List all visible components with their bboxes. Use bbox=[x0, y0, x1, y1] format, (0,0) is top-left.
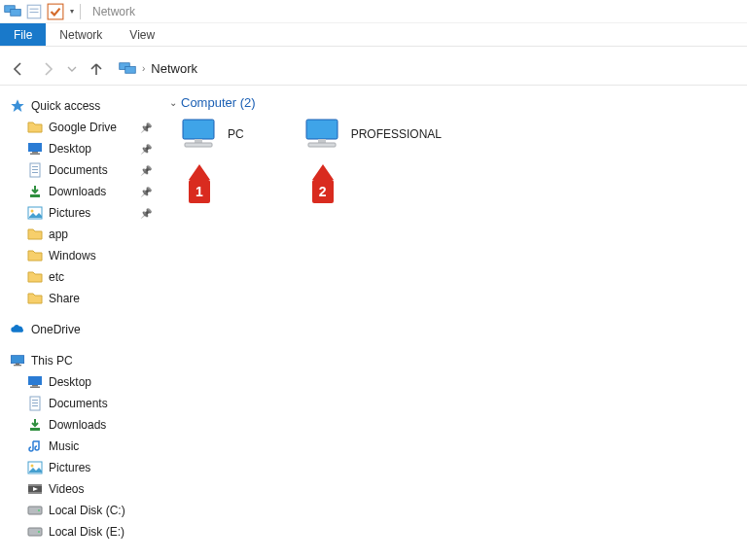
disk-icon bbox=[27, 524, 43, 540]
svg-rect-10 bbox=[16, 364, 19, 365]
computer-icon bbox=[302, 118, 341, 151]
sidebar-item-label: This PC bbox=[31, 354, 152, 368]
svg-rect-9 bbox=[11, 356, 23, 364]
pictures-icon bbox=[27, 460, 43, 475]
qat-check-icon[interactable] bbox=[47, 3, 64, 20]
downloads-icon bbox=[27, 184, 43, 199]
computer-item-professional[interactable]: PROFESSIONAL2 bbox=[302, 118, 442, 151]
nav-recent-dropdown[interactable] bbox=[66, 58, 78, 80]
title-bar: ▾ Network bbox=[0, 0, 747, 23]
sidebar-item-label: Downloads bbox=[49, 418, 152, 432]
sidebar-item-downloads[interactable]: Downloads bbox=[27, 414, 152, 436]
pin-icon: 📌 bbox=[140, 208, 152, 219]
sidebar-item-downloads[interactable]: Downloads📌 bbox=[27, 181, 152, 202]
svg-rect-3 bbox=[30, 8, 39, 9]
onedrive-icon bbox=[10, 322, 25, 337]
nav-up-button[interactable] bbox=[86, 58, 107, 80]
sidebar-item-label: etc bbox=[49, 270, 152, 284]
folder-icon bbox=[27, 227, 43, 242]
documents-icon bbox=[27, 162, 43, 178]
pin-icon: 📌 bbox=[140, 144, 152, 155]
sidebar-item-label: Desktop bbox=[49, 142, 134, 156]
sidebar-item-pictures[interactable]: Pictures bbox=[27, 457, 152, 478]
sidebar-item-share[interactable]: Share bbox=[27, 288, 152, 309]
folder-icon bbox=[27, 248, 43, 263]
breadcrumb-network[interactable]: Network bbox=[151, 61, 197, 76]
svg-rect-5 bbox=[48, 4, 63, 19]
pin-icon: 📌 bbox=[140, 187, 152, 197]
sidebar-item-label: Documents bbox=[49, 397, 152, 410]
group-header-computer[interactable]: ⌄ Computer (2) bbox=[169, 95, 737, 110]
qat-separator bbox=[80, 4, 81, 19]
sidebar-item-label: Videos bbox=[49, 482, 152, 496]
ribbon-tab-network[interactable]: Network bbox=[46, 23, 116, 46]
sidebar-item-windows[interactable]: Windows bbox=[27, 245, 152, 266]
breadcrumb[interactable]: › Network bbox=[119, 61, 197, 76]
sidebar-item-app[interactable]: app bbox=[27, 224, 152, 245]
sidebar-item-label: Pictures bbox=[49, 206, 134, 220]
sidebar-item-desktop[interactable]: Desktop📌 bbox=[27, 138, 152, 159]
sidebar-item-music[interactable]: Music bbox=[27, 436, 152, 457]
sidebar-this-pc[interactable]: This PC bbox=[10, 350, 152, 371]
sidebar-item-label: Downloads bbox=[49, 185, 134, 198]
computer-item-pc[interactable]: PC1 bbox=[179, 118, 244, 151]
folder-icon bbox=[27, 291, 43, 306]
sidebar-item-label: Desktop bbox=[49, 375, 152, 389]
ribbon-file-tab[interactable]: File bbox=[0, 23, 46, 46]
sidebar-quick-access[interactable]: Quick access bbox=[10, 95, 152, 117]
music-icon bbox=[27, 438, 43, 454]
documents-icon bbox=[27, 396, 43, 411]
sidebar-item-pictures[interactable]: Pictures📌 bbox=[27, 202, 152, 224]
downloads-icon bbox=[27, 417, 43, 433]
sidebar-item-label: Share bbox=[49, 292, 152, 305]
sidebar-item-google-drive[interactable]: Google Drive📌 bbox=[27, 117, 152, 138]
sidebar-item-label: Windows bbox=[49, 249, 152, 262]
sidebar-item-local-disk-c-[interactable]: Local Disk (C:) bbox=[27, 500, 152, 521]
annotation-arrow-2: 2 bbox=[312, 164, 336, 203]
videos-icon bbox=[27, 481, 43, 497]
svg-rect-7 bbox=[125, 66, 136, 73]
desktop-icon bbox=[27, 141, 43, 157]
chevron-down-icon: ⌄ bbox=[169, 97, 177, 108]
sidebar-item-label: Local Disk (E:) bbox=[49, 525, 152, 539]
nav-forward-button[interactable] bbox=[37, 58, 58, 80]
disk-icon bbox=[27, 503, 43, 518]
content-pane: ⌄ Computer (2) PC1PROFESSIONAL2 bbox=[156, 86, 747, 560]
sidebar-item-label: Google Drive bbox=[49, 121, 134, 134]
this-pc-icon bbox=[10, 353, 25, 368]
navigation-pane: Quick access Google Drive📌Desktop📌Docume… bbox=[0, 86, 156, 560]
sidebar-item-label: Documents bbox=[49, 163, 134, 177]
sidebar-item-etc[interactable]: etc bbox=[27, 266, 152, 288]
sidebar-item-local-disk-e-[interactable]: Local Disk (E:) bbox=[27, 521, 152, 542]
network-app-icon bbox=[4, 3, 21, 20]
sidebar-item-documents[interactable]: Documents bbox=[27, 393, 152, 414]
svg-rect-4 bbox=[30, 12, 39, 13]
ribbon-tab-view[interactable]: View bbox=[116, 23, 168, 46]
sidebar-item-label: Local Disk (C:) bbox=[49, 504, 152, 517]
sidebar-onedrive[interactable]: OneDrive bbox=[10, 319, 152, 340]
quick-access-icon bbox=[10, 98, 25, 114]
sidebar-item-label: Quick access bbox=[31, 99, 152, 113]
sidebar-item-videos[interactable]: Videos bbox=[27, 478, 152, 500]
qat-dropdown-icon[interactable]: ▾ bbox=[70, 7, 74, 16]
sidebar-item-label: OneDrive bbox=[31, 323, 152, 336]
sidebar-item-desktop[interactable]: Desktop bbox=[27, 371, 152, 393]
desktop-icon bbox=[27, 374, 43, 390]
svg-rect-1 bbox=[11, 9, 21, 16]
pin-icon: 📌 bbox=[140, 165, 152, 176]
computer-icon bbox=[179, 118, 218, 151]
annotation-arrow-1: 1 bbox=[189, 164, 212, 203]
sidebar-item-label: Pictures bbox=[49, 461, 152, 474]
computer-label: PC bbox=[228, 127, 244, 141]
qat-properties-icon[interactable] bbox=[25, 3, 43, 20]
svg-marker-8 bbox=[11, 99, 23, 112]
nav-back-button[interactable] bbox=[8, 58, 29, 80]
svg-rect-11 bbox=[14, 365, 21, 366]
pin-icon: 📌 bbox=[140, 122, 152, 133]
folder-icon bbox=[27, 269, 43, 285]
ribbon-tabs: File Network View bbox=[0, 23, 747, 47]
sidebar-item-documents[interactable]: Documents📌 bbox=[27, 159, 152, 181]
network-icon bbox=[119, 62, 136, 76]
computer-label: PROFESSIONAL bbox=[351, 127, 442, 141]
sidebar-item-label: app bbox=[49, 228, 152, 241]
